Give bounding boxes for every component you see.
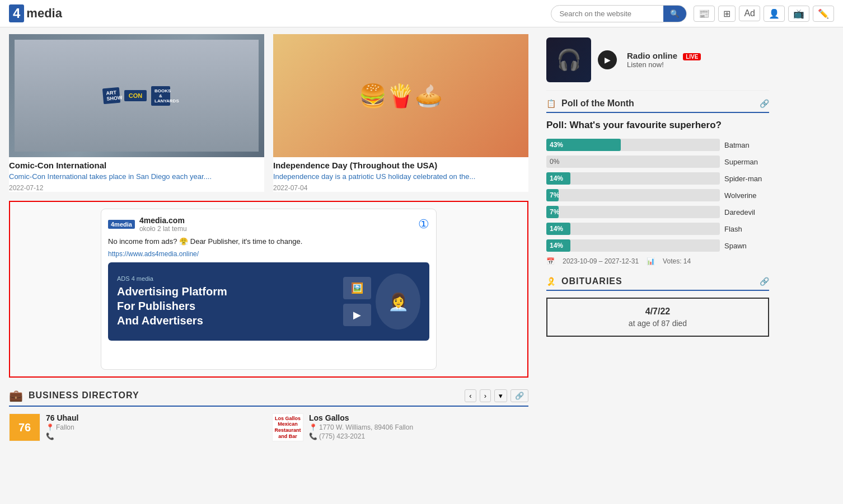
article-card[interactable]: 🍔🍟🥧 Independence Day (Throughout the USA… bbox=[273, 34, 528, 192]
obituaries-link-icon[interactable]: 🔗 bbox=[760, 277, 769, 286]
calendar-icon: 📅 bbox=[546, 257, 555, 265]
fb-ad-graphics: 🖼️ ▶ 👩‍💼 bbox=[343, 274, 420, 329]
biz-logo-gallos: Los GallosMexicanRestaurantand Bar bbox=[272, 413, 303, 441]
poll-bar-pct-label: 14% bbox=[550, 225, 563, 233]
biz-section-header: 💼 BUSINESS DIRECTORY ‹ › ▾ 🔗 bbox=[9, 389, 528, 407]
phone-icon-2: 📞 bbox=[309, 432, 317, 440]
article-card[interactable]: ART SHOW CON BOOKS & LANYARDS Comic-Con … bbox=[9, 34, 264, 192]
fb-ad-headline: Advertising Platform For Publishers And … bbox=[117, 284, 227, 328]
biz-dropdown-btn[interactable]: ▾ bbox=[494, 389, 507, 402]
biz-name-1: 76 Uhaul bbox=[46, 413, 78, 422]
biz-link-btn[interactable]: 🔗 bbox=[511, 389, 528, 402]
fb-post-link[interactable]: https://www.ads4media.online/ bbox=[108, 250, 429, 258]
expand-button[interactable]: Expand bbox=[389, 348, 429, 362]
chart-icon: 📊 bbox=[647, 257, 655, 265]
user-icon-btn[interactable]: 👤 bbox=[764, 6, 785, 22]
site-header: 4 media 🔍 📰 ⊞ Ad 👤 📺 ✏️ bbox=[0, 0, 843, 27]
biz-name-2: Los Gallos bbox=[309, 413, 413, 422]
newspaper-icon-btn[interactable]: 📰 bbox=[694, 6, 715, 22]
obituary-age: at age of 87 died bbox=[555, 319, 760, 328]
fb-ad-banner: ADS 4 media Advertising Platform For Pub… bbox=[108, 262, 429, 341]
biz-info-1: 76 Uhaul 📍 Fallon 📞 bbox=[46, 413, 78, 440]
poll-section-title: Poll of the Month bbox=[561, 98, 754, 109]
article-title-1: Comic-Con International bbox=[9, 161, 264, 170]
poll-bar-outer: 7% bbox=[546, 206, 720, 218]
biz-prev-btn[interactable]: ‹ bbox=[465, 389, 476, 402]
poll-candidate-name: Wolverine bbox=[724, 191, 769, 200]
article-date-2: 2022-07-04 bbox=[273, 184, 528, 192]
radio-title: Radio online LIVE bbox=[627, 51, 769, 60]
poll-bar-row: 43%Batman bbox=[546, 139, 769, 151]
tv-icon: 📺 bbox=[793, 9, 804, 18]
poll-candidate-name: Flash bbox=[724, 225, 769, 233]
biz-logo-76: 76 bbox=[9, 413, 40, 441]
fb-ad-label: ADS 4 media bbox=[117, 275, 227, 282]
grid-icon-btn[interactable]: ⊞ bbox=[718, 6, 736, 22]
article-image-2: 🍔🍟🥧 bbox=[273, 34, 528, 157]
biz-info-2: Los Gallos 📍 1770 W. Williams, 89406 Fal… bbox=[309, 413, 413, 440]
poll-bar-pct-label: 7% bbox=[550, 191, 559, 199]
biz-grid: 76 76 Uhaul 📍 Fallon 📞 bbox=[9, 413, 528, 441]
site-logo[interactable]: 4 media bbox=[9, 4, 62, 22]
biz-card-2[interactable]: Los GallosMexicanRestaurantand Bar Los G… bbox=[272, 413, 528, 441]
ad-graphic-box-2: ▶ bbox=[343, 304, 371, 326]
obituaries-icon: 🎗️ bbox=[546, 277, 556, 286]
poll-candidate-name: Superman bbox=[724, 158, 769, 166]
edit-icon-btn[interactable]: ✏️ bbox=[813, 6, 834, 22]
biz-location-1: 📍 Fallon bbox=[46, 423, 78, 431]
poll-bar-outer: 14% bbox=[546, 172, 720, 185]
obituaries-section: 🎗️ Obituaries 🔗 4/7/22 at age of 87 died bbox=[546, 276, 769, 337]
biz-phone-1: 📞 bbox=[46, 432, 78, 440]
user-icon: 👤 bbox=[769, 9, 780, 18]
biz-nav: ‹ › ▾ 🔗 bbox=[465, 389, 528, 402]
poll-bar-pct-label: 14% bbox=[550, 242, 563, 249]
ad-icon-btn[interactable]: Ad bbox=[739, 6, 760, 21]
poll-section-header: 📋 Poll of the Month 🔗 bbox=[546, 98, 769, 113]
poll-candidate-name: Daredevil bbox=[724, 208, 769, 216]
newspaper-icon: 📰 bbox=[699, 9, 710, 18]
poll-votes: Votes: 14 bbox=[663, 257, 691, 265]
poll-bar-row: 7%Wolverine bbox=[546, 189, 769, 201]
poll-date-range: 2023-10-09 – 2027-12-31 bbox=[563, 257, 639, 265]
content-area: ART SHOW CON BOOKS & LANYARDS Comic-Con … bbox=[0, 27, 537, 448]
obituaries-header: 🎗️ Obituaries 🔗 bbox=[546, 276, 769, 291]
sidebar: 🎧 ▶ Radio online LIVE Listen now! 📋 Poll… bbox=[537, 27, 778, 448]
biz-phone-2: 📞 (775) 423-2021 bbox=[309, 432, 413, 440]
ad-box: 4media 4media.com około 2 lat temu ① No … bbox=[9, 201, 528, 378]
search-input[interactable] bbox=[551, 6, 663, 21]
biz-card-1[interactable]: 76 76 Uhaul 📍 Fallon 📞 bbox=[9, 413, 265, 441]
search-bar: 🔍 bbox=[551, 5, 687, 22]
poll-bar-pct-label: 14% bbox=[550, 175, 563, 182]
poll-bar-row: 0%Superman bbox=[546, 156, 769, 168]
fb-post-logo: 4media 4media.com około 2 lat temu bbox=[108, 216, 187, 233]
fb-post-time: około 2 lat temu bbox=[139, 225, 187, 233]
fb-ad-text-section: ADS 4 media Advertising Platform For Pub… bbox=[117, 275, 227, 328]
poll-bar-inner: 14% bbox=[546, 239, 570, 252]
poll-bar-row: 14%Spawn bbox=[546, 239, 769, 252]
tv-icon-btn[interactable]: 📺 bbox=[788, 6, 809, 22]
fb-post-info: 4media.com około 2 lat temu bbox=[139, 216, 187, 233]
poll-bar-pct-label: 43% bbox=[550, 141, 563, 149]
main-wrapper: ART SHOW CON BOOKS & LANYARDS Comic-Con … bbox=[0, 27, 843, 448]
obituary-card: 4/7/22 at age of 87 died bbox=[546, 298, 769, 337]
radio-play-btn[interactable]: ▶ bbox=[598, 50, 617, 69]
obituary-date: 4/7/22 bbox=[555, 307, 760, 317]
poll-icon: 📋 bbox=[546, 99, 556, 108]
poll-bar-pct-label: 7% bbox=[550, 208, 559, 216]
poll-bar-inner: 43% bbox=[546, 139, 621, 151]
poll-candidate-name: Spawn bbox=[724, 242, 769, 250]
search-icon: 🔍 bbox=[670, 10, 680, 18]
poll-link-icon[interactable]: 🔗 bbox=[760, 99, 769, 108]
logo-number: 4 bbox=[9, 4, 24, 22]
biz-icon: 💼 bbox=[9, 389, 23, 402]
poll-bars-container: 43%Batman0%Superman14%Spider-man7%Wolver… bbox=[546, 139, 769, 252]
article-excerpt-1: Comic-Con International takes place in S… bbox=[9, 172, 264, 182]
search-button[interactable]: 🔍 bbox=[663, 6, 686, 22]
poll-bar-inner: 7% bbox=[546, 206, 559, 218]
location-icon: 📍 bbox=[46, 423, 54, 431]
articles-grid: ART SHOW CON BOOKS & LANYARDS Comic-Con … bbox=[9, 34, 528, 192]
biz-next-btn[interactable]: › bbox=[480, 389, 491, 402]
phone-icon: 📞 bbox=[46, 432, 54, 440]
poll-bar-inner: 14% bbox=[546, 172, 570, 185]
fb-post-name: 4media.com bbox=[139, 216, 187, 225]
